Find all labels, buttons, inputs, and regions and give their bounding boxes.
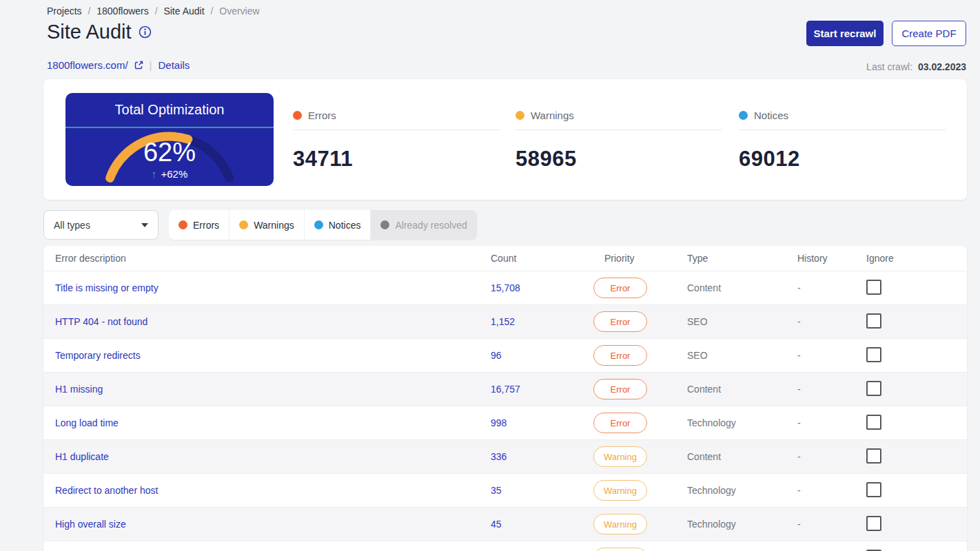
total-optimization-gauge: Total Optimization 62% ↑ +62% bbox=[65, 93, 274, 186]
info-icon[interactable] bbox=[139, 25, 152, 39]
gauge-value: 62% bbox=[65, 139, 274, 165]
resolved-dot-icon bbox=[380, 220, 389, 229]
ignore-checkbox[interactable] bbox=[866, 347, 881, 362]
ignore-checkbox[interactable] bbox=[866, 516, 881, 531]
table-row: Redirect to another host 35 Warning Tech… bbox=[43, 473, 967, 507]
priority-badge: Error bbox=[593, 311, 647, 332]
tab-notices[interactable]: Notices bbox=[305, 210, 371, 240]
issue-type: Content bbox=[682, 384, 790, 395]
tab-warnings[interactable]: Warnings bbox=[229, 210, 305, 240]
issue-link[interactable]: Temporary redirects bbox=[55, 350, 141, 361]
table-row-partial: Warning bbox=[43, 541, 967, 551]
tab-errors[interactable]: Errors bbox=[169, 210, 229, 240]
gauge-title: Total Optimization bbox=[65, 93, 274, 127]
type-filter-value: All types bbox=[54, 220, 90, 231]
table-row: Title is missing or empty 15,708 Error C… bbox=[43, 271, 967, 304]
table-row: High overall size 45 Warning Technology … bbox=[43, 507, 967, 541]
stat-warnings: Warnings 58965 bbox=[515, 79, 722, 200]
issue-count-link[interactable]: 15,708 bbox=[491, 282, 520, 293]
issue-count-link[interactable]: 45 bbox=[491, 519, 502, 530]
ignore-checkbox[interactable] bbox=[866, 415, 881, 430]
start-recrawl-button[interactable]: Start recrawl bbox=[806, 21, 884, 46]
summary-card: Total Optimization 62% ↑ +62% Errors 347… bbox=[43, 79, 967, 200]
issue-link[interactable]: High overall size bbox=[55, 519, 126, 530]
table-row: Long load time 998 Error Technology - bbox=[43, 406, 967, 439]
warnings-dot-icon bbox=[239, 220, 248, 229]
breadcrumb-current: Overview bbox=[219, 6, 259, 17]
site-row: 1800flowers.com/ | Details bbox=[47, 59, 190, 71]
type-filter-dropdown[interactable]: All types bbox=[43, 210, 159, 240]
issue-count-link[interactable]: 1,152 bbox=[491, 316, 515, 327]
notices-dot-icon bbox=[314, 220, 323, 229]
external-link-icon[interactable] bbox=[134, 61, 143, 70]
priority-badge: Error bbox=[593, 379, 647, 399]
issue-count-link[interactable]: 998 bbox=[491, 417, 507, 428]
table-row: H1 missing 16,757 Error Content - bbox=[43, 372, 967, 406]
chevron-down-icon bbox=[141, 223, 148, 227]
priority-badge: Error bbox=[593, 413, 647, 433]
issue-history: - bbox=[790, 417, 866, 428]
page-title-row: Site Audit bbox=[47, 21, 152, 43]
table-row: Temporary redirects 96 Error SEO - bbox=[43, 338, 967, 372]
issue-history: - bbox=[790, 282, 866, 293]
issue-link[interactable]: HTTP 404 - not found bbox=[55, 316, 147, 327]
priority-badge: Error bbox=[593, 345, 647, 366]
issue-count-link[interactable]: 336 bbox=[491, 451, 507, 462]
priority-badge: Warning bbox=[593, 514, 647, 534]
stat-warnings-value: 58965 bbox=[515, 147, 722, 171]
stat-errors-value: 34711 bbox=[293, 147, 500, 171]
page-title: Site Audit bbox=[47, 21, 132, 43]
tab-already-resolved[interactable]: Already resolved bbox=[371, 210, 476, 240]
issue-history: - bbox=[790, 350, 866, 361]
breadcrumb-site-audit[interactable]: Site Audit bbox=[163, 6, 204, 17]
stat-errors: Errors 34711 bbox=[293, 79, 500, 200]
stat-notices: Notices 69012 bbox=[739, 79, 946, 200]
ignore-checkbox[interactable] bbox=[866, 381, 881, 396]
issue-count-link[interactable]: 35 bbox=[491, 485, 502, 496]
domain-link[interactable]: 1800flowers.com/ bbox=[47, 59, 128, 71]
ignore-checkbox[interactable] bbox=[866, 313, 881, 329]
breadcrumb-project[interactable]: 1800flowers bbox=[96, 6, 149, 17]
breadcrumb: Projects / 1800flowers / Site Audit / Ov… bbox=[47, 6, 260, 17]
issue-history: - bbox=[790, 519, 866, 530]
issue-type: Content bbox=[682, 282, 790, 293]
last-crawl-date: 03.02.2023 bbox=[918, 61, 966, 72]
issue-type: Technology bbox=[682, 519, 790, 530]
stat-notices-label-row: Notices bbox=[739, 110, 946, 121]
issue-link[interactable]: H1 missing bbox=[55, 384, 103, 395]
ignore-checkbox[interactable] bbox=[866, 280, 881, 295]
ignore-checkbox[interactable] bbox=[866, 448, 881, 464]
stat-underline bbox=[515, 129, 722, 130]
details-link[interactable]: Details bbox=[158, 59, 190, 71]
priority-badge: Warning bbox=[593, 480, 647, 501]
tab-already-resolved-label: Already resolved bbox=[395, 220, 467, 231]
issue-link[interactable]: Title is missing or empty bbox=[55, 282, 159, 293]
stat-notices-label: Notices bbox=[754, 110, 788, 121]
status-tab-group: Errors Warnings Notices Already resolved bbox=[169, 210, 477, 240]
errors-dot-icon bbox=[293, 111, 302, 120]
stat-warnings-label-row: Warnings bbox=[515, 110, 722, 121]
issue-count-link[interactable]: 16,757 bbox=[491, 384, 520, 395]
stat-underline bbox=[739, 129, 946, 130]
header-priority: Priority bbox=[586, 253, 682, 264]
issue-link[interactable]: H1 duplicate bbox=[55, 451, 109, 462]
stat-underline bbox=[293, 129, 500, 130]
tab-notices-label: Notices bbox=[329, 220, 361, 231]
stat-warnings-label: Warnings bbox=[531, 110, 574, 121]
issue-type: SEO bbox=[682, 350, 790, 361]
issue-link[interactable]: Redirect to another host bbox=[55, 485, 158, 496]
gauge-area: 62% ↑ +62% bbox=[65, 128, 274, 186]
issue-type: Content bbox=[682, 451, 790, 462]
breadcrumb-separator: / bbox=[210, 6, 213, 17]
ignore-checkbox[interactable] bbox=[866, 482, 881, 497]
issue-history: - bbox=[790, 316, 866, 327]
create-pdf-button[interactable]: Create PDF bbox=[892, 21, 966, 46]
last-crawl-label: Last crawl: bbox=[866, 61, 912, 72]
header-ignore: Ignore bbox=[866, 253, 967, 264]
issue-count-link[interactable]: 96 bbox=[491, 350, 502, 361]
gauge-delta-value: +62% bbox=[161, 168, 187, 180]
stat-errors-label: Errors bbox=[308, 110, 336, 121]
tab-warnings-label: Warnings bbox=[254, 220, 294, 231]
breadcrumb-projects[interactable]: Projects bbox=[47, 6, 82, 17]
issue-link[interactable]: Long load time bbox=[55, 417, 119, 428]
